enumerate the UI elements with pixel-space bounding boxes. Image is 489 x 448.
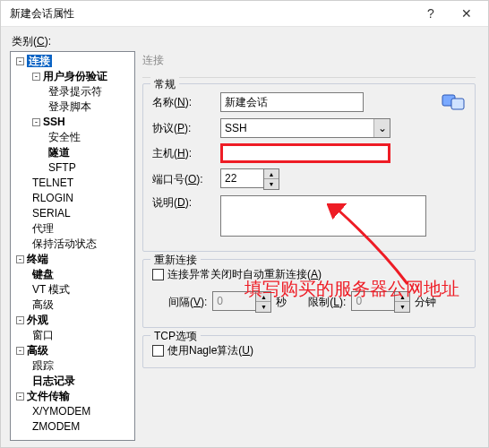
- tree-item-serial[interactable]: SERIAL: [32, 206, 131, 221]
- tree-item-filetransfer[interactable]: 文件传输: [27, 390, 70, 402]
- tree-item-xymodem[interactable]: X/YMODEM: [32, 404, 131, 419]
- spin-up-icon[interactable]: ▲: [264, 169, 279, 179]
- name-label: 名称(N):: [152, 95, 215, 110]
- tree-item-appearance[interactable]: 外观: [27, 314, 48, 326]
- expander-icon[interactable]: -: [16, 392, 24, 401]
- tree-item-keepalive[interactable]: 保持活动状态: [32, 237, 131, 252]
- group-tcp: TCP选项 使用Nagle算法(U): [142, 335, 476, 368]
- protocol-icon: [441, 91, 466, 113]
- expander-icon[interactable]: -: [16, 255, 24, 263]
- group-reconnect: 重新连接 连接异常关闭时自动重新连接(A) 间隔(V): ▲ ▼: [142, 259, 476, 328]
- tree-item-proxy[interactable]: 代理: [32, 221, 131, 237]
- tree-item-login-script[interactable]: 登录脚本: [48, 99, 131, 115]
- spin-up-icon: ▲: [256, 292, 270, 302]
- spin-down-icon: ▼: [395, 302, 409, 312]
- interval-unit: 秒: [276, 295, 287, 310]
- tree-item-rlogin[interactable]: RLOGIN: [32, 191, 131, 206]
- chevron-down-icon: ⌄: [373, 119, 390, 137]
- spin-up-icon: ▲: [395, 292, 409, 302]
- tree-item-term-adv[interactable]: 高级: [32, 297, 131, 313]
- close-button[interactable]: ✕: [449, 1, 485, 26]
- port-input[interactable]: [220, 168, 263, 188]
- desc-label: 说明(D):: [152, 195, 215, 211]
- host-label: 主机(H):: [152, 146, 215, 161]
- divider: [142, 77, 476, 78]
- desc-textarea[interactable]: [220, 195, 426, 237]
- protocol-select[interactable]: SSH ⌄: [220, 118, 390, 138]
- tree-item-vt-mode[interactable]: VT 模式: [32, 282, 131, 297]
- tree-item-advanced[interactable]: 高级: [27, 344, 48, 357]
- expander-icon[interactable]: -: [16, 347, 24, 355]
- group-legend-reconnect: 重新连接: [150, 253, 201, 268]
- limit-spinner: ▲ ▼: [394, 291, 410, 313]
- interval-input: [212, 291, 255, 311]
- tree-item-login-prompt[interactable]: 登录提示符: [48, 84, 131, 99]
- interval-spinner: ▲ ▼: [255, 291, 271, 313]
- tree-item-log[interactable]: 日志记录: [32, 374, 131, 389]
- tree-item-window[interactable]: 窗口: [32, 328, 131, 343]
- dialog-footer: 确定 取消: [10, 441, 479, 448]
- tree-item-auth[interactable]: 用户身份验证: [43, 70, 107, 82]
- spin-down-icon[interactable]: ▼: [264, 179, 279, 189]
- tree-item-zmodem[interactable]: ZMODEM: [32, 419, 131, 435]
- group-general: 常规 名称(N): 协议(P): SSH: [142, 83, 476, 252]
- help-button[interactable]: ?: [413, 1, 449, 26]
- host-input[interactable]: [220, 143, 390, 163]
- tree-item-ssh-sftp[interactable]: SFTP: [48, 160, 131, 176]
- checkbox-icon: [152, 269, 164, 280]
- limit-label: 限制(L):: [308, 295, 346, 310]
- spin-down-icon: ▼: [256, 302, 270, 312]
- interval-label: 间隔(V):: [168, 295, 207, 310]
- group-legend-general: 常规: [150, 77, 179, 92]
- limit-unit: 分钟: [415, 295, 436, 310]
- expander-icon[interactable]: -: [16, 57, 24, 65]
- name-input[interactable]: [220, 92, 364, 112]
- checkbox-icon: [152, 345, 164, 357]
- svg-rect-1: [451, 99, 464, 109]
- protocol-label: 协议(P):: [152, 121, 215, 136]
- tree-item-ssh-tunnel[interactable]: 隧道: [48, 145, 131, 160]
- port-spinner[interactable]: ▲ ▼: [263, 168, 279, 190]
- tree-item-ssh-security[interactable]: 安全性: [48, 130, 131, 145]
- window-title: 新建会话属性: [10, 6, 74, 22]
- tree-item-terminal[interactable]: 终端: [27, 253, 48, 265]
- expander-icon[interactable]: -: [32, 118, 40, 126]
- expander-icon[interactable]: -: [32, 73, 40, 81]
- group-legend-tcp: TCP选项: [150, 329, 201, 344]
- title-bar: 新建会话属性 ? ✕: [1, 1, 488, 27]
- section-title: 连接: [142, 53, 476, 68]
- category-label: 类别(C):: [12, 34, 479, 49]
- tree-item-telnet[interactable]: TELNET: [32, 176, 131, 191]
- nagle-checkbox[interactable]: 使用Nagle算法(U): [152, 343, 466, 358]
- tree-item-keyboard[interactable]: 键盘: [32, 267, 131, 282]
- tree-item-connection[interactable]: 连接: [27, 55, 52, 67]
- tree-item-ssh[interactable]: SSH: [43, 116, 65, 128]
- limit-input: [351, 291, 394, 311]
- auto-reconnect-checkbox[interactable]: 连接异常关闭时自动重新连接(A): [152, 267, 466, 282]
- expander-icon[interactable]: -: [16, 316, 24, 324]
- tree-item-trace[interactable]: 跟踪: [32, 358, 131, 374]
- port-label: 端口号(O):: [152, 172, 215, 187]
- category-tree[interactable]: -连接 -用户身份验证 登录提示符 登录脚本 -SSH 安全性: [10, 51, 135, 441]
